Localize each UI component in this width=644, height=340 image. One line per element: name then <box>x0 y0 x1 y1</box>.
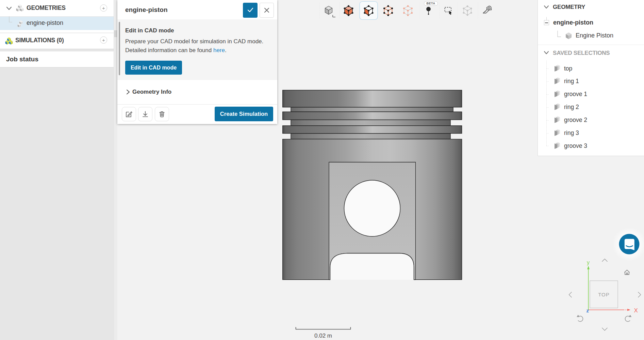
svg-text:z: z <box>587 308 589 313</box>
svg-text:BETA: BETA <box>427 2 435 5</box>
svg-text:y: y <box>587 260 590 265</box>
svg-text:X: X <box>634 307 638 314</box>
svg-text:TOP: TOP <box>598 292 610 297</box>
